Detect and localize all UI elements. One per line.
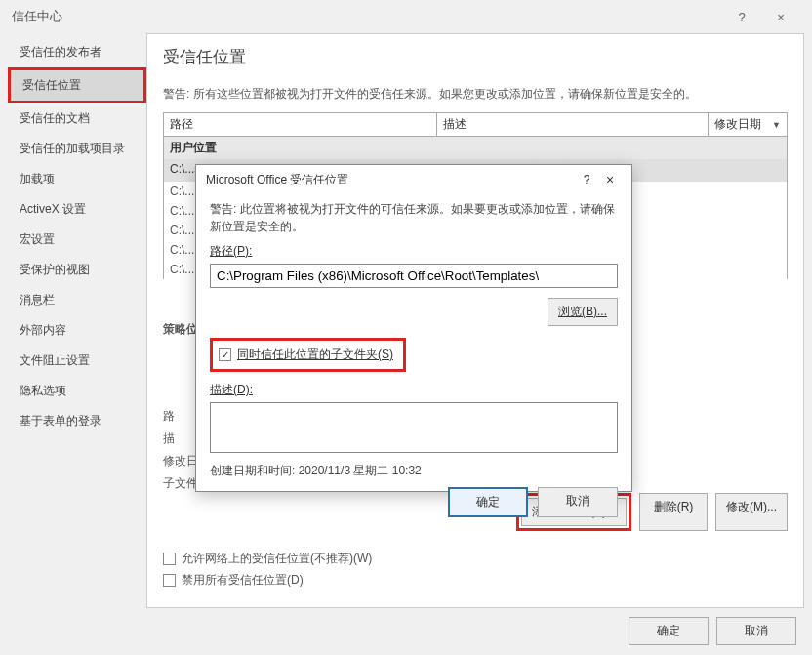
desc-label: 描述(D):: [210, 382, 618, 398]
titlebar: 信任中心 ? ×: [0, 0, 812, 33]
modify-button[interactable]: 修改(M)...: [715, 493, 788, 531]
sidebar-item-privacy[interactable]: 隐私选项: [8, 376, 146, 406]
network-label: 允许网络上的受信任位置(不推荐)(W): [182, 551, 372, 567]
column-desc[interactable]: 描述: [437, 113, 709, 136]
sidebar-item-addin-catalog[interactable]: 受信任的加载项目录: [8, 134, 146, 164]
path-label: 路径(P):: [210, 243, 618, 260]
help-icon[interactable]: ?: [575, 173, 598, 186]
sidebar-item-message-bar[interactable]: 消息栏: [8, 285, 146, 315]
sidebar-item-addins[interactable]: 加载项: [8, 164, 146, 194]
cancel-button[interactable]: 取消: [716, 617, 796, 645]
sidebar-item-macro[interactable]: 宏设置: [8, 225, 146, 255]
sidebar-item-trusted-locations[interactable]: 受信任位置: [11, 70, 143, 101]
ok-button[interactable]: 确定: [448, 487, 528, 517]
warning-text: 警告: 所有这些位置都被视为打开文件的受信任来源。如果您更改或添加位置，请确保新…: [163, 86, 788, 102]
table-header: 路径 描述 修改日期▼: [163, 112, 788, 137]
browse-button[interactable]: 浏览(B)...: [548, 298, 618, 326]
sidebar-item-documents[interactable]: 受信任的文档: [8, 103, 146, 134]
network-checkbox-row[interactable]: 允许网络上的受信任位置(不推荐)(W): [163, 551, 372, 567]
page-title: 受信任位置: [163, 46, 788, 68]
trusted-location-dialog: Microsoft Office 受信任位置 ? × 警告: 此位置将被视为打开…: [195, 164, 632, 492]
checkbox-icon[interactable]: ✓: [219, 348, 231, 361]
help-icon[interactable]: ?: [722, 3, 761, 30]
window-title: 信任中心: [12, 8, 722, 25]
sidebar-item-file-block[interactable]: 文件阻止设置: [8, 346, 146, 376]
sidebar-item-external[interactable]: 外部内容: [8, 315, 146, 346]
subfolder-label: 同时信任此位置的子文件夹(S): [237, 347, 393, 363]
ok-button[interactable]: 确定: [629, 617, 709, 645]
desc-input[interactable]: [210, 402, 618, 453]
column-path[interactable]: 路径: [164, 113, 437, 136]
trust-center-window: 信任中心 ? × 受信任的发布者 受信任位置 受信任的文档 受信任的加载项目录 …: [0, 0, 812, 655]
close-icon[interactable]: ×: [761, 3, 800, 30]
checkbox-icon[interactable]: [163, 574, 176, 587]
created-date: 创建日期和时间: 2020/11/3 星期二 10:32: [210, 463, 618, 479]
path-input[interactable]: [210, 264, 618, 288]
policy-section-header: 策略位: [163, 321, 198, 338]
sidebar-item-form-login[interactable]: 基于表单的登录: [8, 406, 146, 436]
remove-button[interactable]: 删除(R): [639, 493, 708, 531]
cancel-button[interactable]: 取消: [538, 487, 618, 517]
disable-label: 禁用所有受信任位置(D): [182, 572, 304, 589]
column-date[interactable]: 修改日期▼: [709, 113, 787, 136]
close-icon[interactable]: ×: [598, 172, 622, 187]
chevron-down-icon: ▼: [772, 120, 781, 130]
dialog-title: Microsoft Office 受信任位置: [206, 172, 575, 188]
sidebar: 受信任的发布者 受信任位置 受信任的文档 受信任的加载项目录 加载项 Activ…: [8, 33, 146, 608]
sidebar-item-protected-view[interactable]: 受保护的视图: [8, 255, 146, 285]
footer-buttons: 确定 取消: [629, 617, 796, 645]
options-block: 允许网络上的受信任位置(不推荐)(W) 禁用所有受信任位置(D): [163, 546, 372, 594]
subfolder-checkbox-row[interactable]: ✓ 同时信任此位置的子文件夹(S): [210, 338, 406, 372]
dialog-warning: 警告: 此位置将被视为打开文件的可信任来源。如果要更改或添加位置，请确保新位置是…: [210, 200, 618, 235]
sidebar-item-publishers[interactable]: 受信任的发布者: [8, 37, 146, 67]
sidebar-item-activex[interactable]: ActiveX 设置: [8, 194, 146, 225]
checkbox-icon[interactable]: [163, 553, 176, 565]
dialog-titlebar: Microsoft Office 受信任位置 ? ×: [196, 165, 631, 194]
user-section-header: 用户位置: [163, 137, 788, 159]
disable-checkbox-row[interactable]: 禁用所有受信任位置(D): [163, 572, 372, 589]
